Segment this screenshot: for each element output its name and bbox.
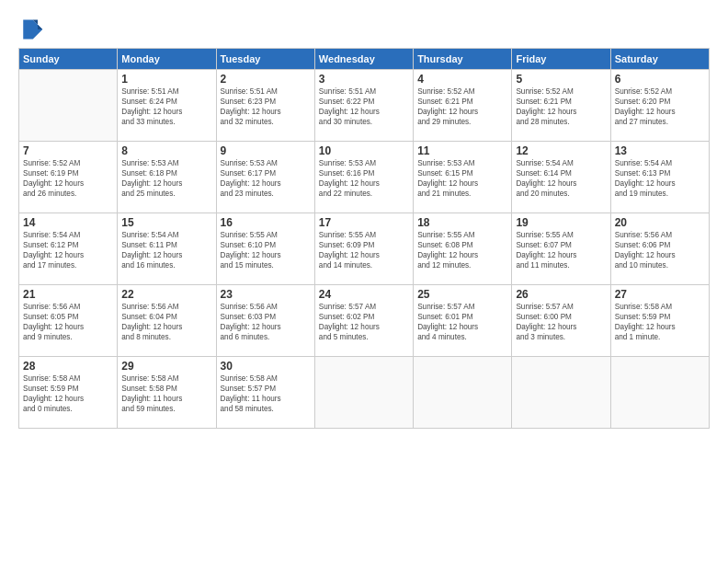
day-cell: 10Sunrise: 5:53 AM Sunset: 6:16 PM Dayli… (314, 142, 413, 213)
day-cell: 27Sunrise: 5:58 AM Sunset: 5:59 PM Dayli… (610, 285, 709, 357)
day-info: Sunrise: 5:58 AM Sunset: 5:57 PM Dayligh… (221, 373, 311, 414)
calendar-page: SundayMondayTuesdayWednesdayThursdayFrid… (0, 0, 728, 563)
day-number: 25 (417, 288, 507, 301)
col-header-saturday: Saturday (610, 49, 709, 70)
day-info: Sunrise: 5:57 AM Sunset: 6:00 PM Dayligh… (516, 302, 606, 342)
day-info: Sunrise: 5:55 AM Sunset: 6:08 PM Dayligh… (417, 230, 507, 270)
day-number: 19 (516, 216, 606, 229)
day-number: 10 (319, 144, 409, 157)
day-info: Sunrise: 5:54 AM Sunset: 6:13 PM Dayligh… (615, 158, 705, 199)
day-info: Sunrise: 5:57 AM Sunset: 6:01 PM Dayligh… (417, 302, 507, 342)
day-cell: 15Sunrise: 5:54 AM Sunset: 6:11 PM Dayli… (118, 213, 216, 285)
day-number: 5 (516, 73, 606, 86)
day-cell: 26Sunrise: 5:57 AM Sunset: 6:00 PM Dayli… (512, 285, 610, 357)
day-number: 7 (23, 144, 113, 157)
day-number: 28 (23, 360, 113, 373)
day-cell: 30Sunrise: 5:58 AM Sunset: 5:57 PM Dayli… (216, 357, 314, 429)
day-number: 13 (615, 144, 705, 157)
logo (18, 17, 48, 42)
day-info: Sunrise: 5:56 AM Sunset: 6:03 PM Dayligh… (221, 302, 311, 342)
week-row-3: 14Sunrise: 5:54 AM Sunset: 6:12 PM Dayli… (19, 213, 710, 285)
day-cell (610, 357, 709, 429)
day-number: 2 (221, 73, 311, 86)
day-cell (314, 357, 413, 429)
day-number: 11 (417, 144, 507, 157)
day-number: 18 (417, 216, 507, 229)
week-row-1: 1Sunrise: 5:51 AM Sunset: 6:24 PM Daylig… (19, 70, 710, 142)
day-info: Sunrise: 5:53 AM Sunset: 6:16 PM Dayligh… (319, 158, 409, 199)
day-cell: 17Sunrise: 5:55 AM Sunset: 6:09 PM Dayli… (314, 213, 413, 285)
week-row-4: 21Sunrise: 5:56 AM Sunset: 6:05 PM Dayli… (19, 285, 710, 357)
day-cell: 28Sunrise: 5:58 AM Sunset: 5:59 PM Dayli… (19, 357, 118, 429)
day-info: Sunrise: 5:53 AM Sunset: 6:15 PM Dayligh… (417, 158, 507, 199)
day-number: 8 (121, 144, 211, 157)
day-info: Sunrise: 5:56 AM Sunset: 6:06 PM Dayligh… (615, 230, 705, 270)
day-number: 23 (221, 288, 311, 301)
day-cell: 18Sunrise: 5:55 AM Sunset: 6:08 PM Dayli… (414, 213, 512, 285)
day-number: 17 (319, 216, 409, 229)
day-info: Sunrise: 5:55 AM Sunset: 6:10 PM Dayligh… (221, 230, 311, 270)
day-cell: 29Sunrise: 5:58 AM Sunset: 5:58 PM Dayli… (118, 357, 216, 429)
day-cell: 25Sunrise: 5:57 AM Sunset: 6:01 PM Dayli… (414, 285, 512, 357)
day-info: Sunrise: 5:51 AM Sunset: 6:22 PM Dayligh… (319, 86, 409, 127)
day-cell: 7Sunrise: 5:52 AM Sunset: 6:19 PM Daylig… (19, 142, 118, 213)
day-cell: 11Sunrise: 5:53 AM Sunset: 6:15 PM Dayli… (414, 142, 512, 213)
week-row-2: 7Sunrise: 5:52 AM Sunset: 6:19 PM Daylig… (19, 142, 710, 213)
day-info: Sunrise: 5:58 AM Sunset: 5:58 PM Dayligh… (121, 373, 211, 414)
day-cell: 9Sunrise: 5:53 AM Sunset: 6:17 PM Daylig… (216, 142, 314, 213)
day-info: Sunrise: 5:51 AM Sunset: 6:23 PM Dayligh… (221, 86, 311, 127)
day-number: 16 (221, 216, 311, 229)
day-info: Sunrise: 5:53 AM Sunset: 6:17 PM Dayligh… (221, 158, 311, 199)
day-number: 4 (417, 73, 507, 86)
day-info: Sunrise: 5:52 AM Sunset: 6:20 PM Dayligh… (615, 86, 705, 127)
day-info: Sunrise: 5:58 AM Sunset: 5:59 PM Dayligh… (615, 302, 705, 342)
day-cell: 16Sunrise: 5:55 AM Sunset: 6:10 PM Dayli… (216, 213, 314, 285)
day-info: Sunrise: 5:58 AM Sunset: 5:59 PM Dayligh… (23, 373, 113, 414)
day-info: Sunrise: 5:55 AM Sunset: 6:09 PM Dayligh… (319, 230, 409, 270)
day-number: 24 (319, 288, 409, 301)
col-header-tuesday: Tuesday (216, 49, 314, 70)
day-info: Sunrise: 5:55 AM Sunset: 6:07 PM Dayligh… (516, 230, 606, 270)
day-cell: 4Sunrise: 5:52 AM Sunset: 6:21 PM Daylig… (414, 70, 512, 142)
day-info: Sunrise: 5:56 AM Sunset: 6:04 PM Dayligh… (121, 302, 211, 342)
day-cell: 6Sunrise: 5:52 AM Sunset: 6:20 PM Daylig… (610, 70, 709, 142)
day-cell: 21Sunrise: 5:56 AM Sunset: 6:05 PM Dayli… (19, 285, 118, 357)
day-number: 1 (121, 73, 211, 86)
day-cell: 13Sunrise: 5:54 AM Sunset: 6:13 PM Dayli… (610, 142, 709, 213)
col-header-thursday: Thursday (414, 49, 512, 70)
day-number: 30 (221, 360, 311, 373)
day-cell (414, 357, 512, 429)
day-number: 21 (23, 288, 113, 301)
day-cell: 8Sunrise: 5:53 AM Sunset: 6:18 PM Daylig… (118, 142, 216, 213)
day-cell: 22Sunrise: 5:56 AM Sunset: 6:04 PM Dayli… (118, 285, 216, 357)
logo-icon (18, 17, 44, 42)
day-info: Sunrise: 5:54 AM Sunset: 6:12 PM Dayligh… (23, 230, 113, 270)
day-number: 12 (516, 144, 606, 157)
day-number: 20 (615, 216, 705, 229)
day-number: 29 (121, 360, 211, 373)
day-cell: 3Sunrise: 5:51 AM Sunset: 6:22 PM Daylig… (314, 70, 413, 142)
day-info: Sunrise: 5:51 AM Sunset: 6:24 PM Dayligh… (121, 86, 211, 127)
day-number: 15 (121, 216, 211, 229)
col-header-monday: Monday (118, 49, 216, 70)
day-number: 27 (615, 288, 705, 301)
day-number: 26 (516, 288, 606, 301)
day-info: Sunrise: 5:56 AM Sunset: 6:05 PM Dayligh… (23, 302, 113, 342)
header (18, 17, 710, 42)
day-info: Sunrise: 5:54 AM Sunset: 6:11 PM Dayligh… (121, 230, 211, 270)
day-cell: 1Sunrise: 5:51 AM Sunset: 6:24 PM Daylig… (118, 70, 216, 142)
col-header-friday: Friday (512, 49, 610, 70)
day-info: Sunrise: 5:52 AM Sunset: 6:21 PM Dayligh… (516, 86, 606, 127)
day-cell: 19Sunrise: 5:55 AM Sunset: 6:07 PM Dayli… (512, 213, 610, 285)
week-row-5: 28Sunrise: 5:58 AM Sunset: 5:59 PM Dayli… (19, 357, 710, 429)
day-cell: 5Sunrise: 5:52 AM Sunset: 6:21 PM Daylig… (512, 70, 610, 142)
day-cell (19, 70, 118, 142)
day-number: 22 (121, 288, 211, 301)
col-header-sunday: Sunday (19, 49, 118, 70)
day-info: Sunrise: 5:52 AM Sunset: 6:21 PM Dayligh… (417, 86, 507, 127)
col-header-wednesday: Wednesday (314, 49, 413, 70)
day-cell: 14Sunrise: 5:54 AM Sunset: 6:12 PM Dayli… (19, 213, 118, 285)
day-number: 14 (23, 216, 113, 229)
day-number: 3 (319, 73, 409, 86)
day-info: Sunrise: 5:53 AM Sunset: 6:18 PM Dayligh… (121, 158, 211, 199)
